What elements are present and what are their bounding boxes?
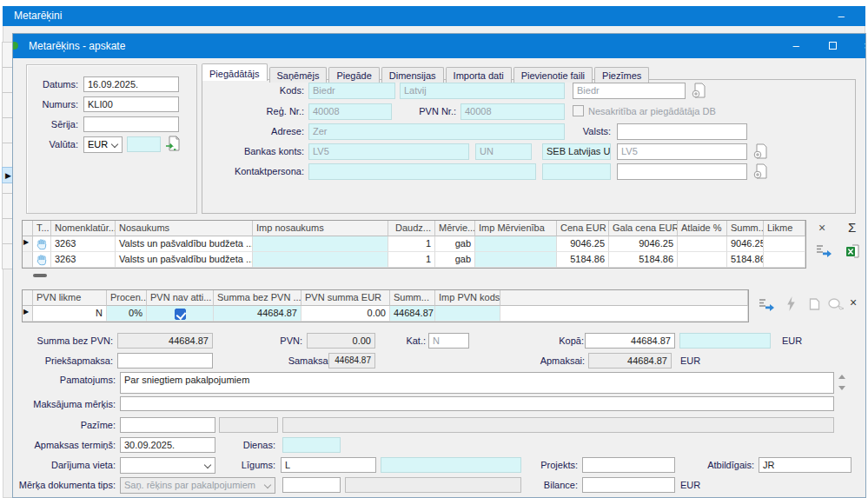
col-daudzums[interactable]: Daudz... <box>388 221 435 236</box>
col-likme[interactable]: Likme <box>764 221 805 236</box>
kods-db-field[interactable]: Biedr <box>573 83 686 99</box>
list-import-icon[interactable] <box>815 243 832 257</box>
cell-summa[interactable]: 9046.25 <box>727 236 764 252</box>
valsts-field[interactable] <box>617 123 747 140</box>
col-imp-mervieniba[interactable]: Imp Mērvienība <box>475 221 557 236</box>
ligums-field-2[interactable] <box>381 457 521 473</box>
close-icon[interactable]: × <box>854 37 865 55</box>
document-icon[interactable] <box>809 298 820 310</box>
col-mervieniba[interactable]: Mērvie... <box>435 221 475 236</box>
pamatojums-field[interactable]: Par sniegtiem pakalpojumiem <box>120 372 834 394</box>
lookup-document-icon[interactable] <box>752 143 768 160</box>
delete-row-icon[interactable]: × <box>850 295 857 309</box>
dienas-field[interactable] <box>282 437 341 453</box>
excel-export-icon[interactable] <box>845 243 861 259</box>
col-imp-pvn-kods[interactable]: Imp PVN kods <box>435 290 500 306</box>
tab-sanemejs[interactable]: Saņēmējs <box>269 67 328 83</box>
cell-summa-bez[interactable]: 44684.87 <box>214 306 301 322</box>
tab-piegadatajs[interactable]: Piegādātājs <box>202 63 268 81</box>
list-import-icon[interactable] <box>758 297 775 311</box>
kontakt-field-3[interactable] <box>617 163 747 180</box>
datums-field[interactable]: 16.09.2025. <box>83 76 179 92</box>
tab-piezimes[interactable]: Piezīmes <box>594 67 649 83</box>
exchange-rate-icon[interactable] <box>164 135 181 152</box>
col-pvn-nav[interactable]: PVN nav atti... <box>147 290 214 306</box>
cell-cena[interactable]: 9046.25 <box>557 236 609 252</box>
cell-nomenklatura[interactable]: 3263 <box>51 252 116 268</box>
tab-pievienotie-faili[interactable]: Pievienotie faili <box>514 67 593 83</box>
cell-imp-nosaukums[interactable] <box>253 252 388 268</box>
cell-atlaide[interactable] <box>678 236 727 252</box>
reg-nr-field[interactable]: 40008 <box>308 103 392 120</box>
cell-nosaukums[interactable]: Valsts un pašvaldību budžeta ... <box>116 236 253 252</box>
cell-gala-cena[interactable]: 9046.25 <box>609 236 678 252</box>
cell-gala-cena[interactable]: 5184.86 <box>609 252 678 268</box>
swift-field[interactable]: UN <box>475 143 532 160</box>
adrese-field[interactable]: Zer <box>308 123 565 140</box>
cell-imp-mervieniba[interactable] <box>475 252 557 268</box>
serija-field[interactable] <box>83 116 179 132</box>
tab-importa-dati[interactable]: Importa dati <box>446 67 512 83</box>
cell-procents[interactable]: 0% <box>107 306 147 322</box>
col-gala-cena[interactable]: Gala cena EUR <box>609 221 678 236</box>
delete-row-icon[interactable]: × <box>818 221 825 235</box>
projekts-field[interactable] <box>582 457 675 473</box>
apmaksas-termins-field[interactable]: 30.09.2025. <box>120 437 215 453</box>
col-summa-bez[interactable]: Summa bez PVN ... <box>214 290 301 306</box>
minimize-icon[interactable]: – <box>783 37 809 55</box>
cell-pvn-nav[interactable] <box>147 306 214 322</box>
col-t[interactable]: T... <box>33 221 51 236</box>
numurs-field[interactable]: KLI00 <box>83 96 179 112</box>
maksajuma-merkis-field[interactable] <box>120 396 834 411</box>
ligums-field[interactable]: L <box>281 457 376 473</box>
col-cena[interactable]: Cena EUR <box>557 221 609 236</box>
cell-daudzums[interactable]: 1 <box>388 236 435 252</box>
cell-mervieniba[interactable]: gab <box>435 236 475 252</box>
cell-likme[interactable] <box>764 236 805 252</box>
atbildigais-field[interactable]: JR <box>759 457 851 473</box>
banka-field[interactable]: SEB Latvijas Unib <box>542 143 611 160</box>
cell-nosaukums[interactable]: Valsts un pašvaldību budžeta ... <box>116 252 253 268</box>
cell-likme[interactable] <box>764 252 805 268</box>
minimize-icon[interactable]: – <box>830 8 852 24</box>
cell-pvn-likme[interactable]: N <box>33 306 107 322</box>
cell-daudzums[interactable]: 1 <box>388 252 435 268</box>
cell-nomenklatura[interactable]: 3263 <box>51 236 116 252</box>
prieksapmaksa-field[interactable] <box>117 353 213 369</box>
merka-dok-field-2[interactable] <box>282 477 341 493</box>
lookup-icon[interactable] <box>828 298 845 310</box>
col-summa[interactable]: Summ... <box>390 290 435 306</box>
col-nomenklatura[interactable]: Nomenklatūr... <box>51 221 116 236</box>
tab-piegade[interactable]: Piegāde <box>328 67 379 83</box>
nosaukums-field[interactable]: Latvij <box>400 83 565 99</box>
cell-imp-mervieniba[interactable] <box>475 236 557 252</box>
konts-field[interactable]: LV5 <box>308 143 469 160</box>
valuta-rate-field[interactable] <box>127 136 161 152</box>
spinner-up-icon[interactable] <box>838 375 845 379</box>
spinner-down-icon[interactable] <box>838 386 845 390</box>
lookup-document-icon[interactable] <box>691 83 706 99</box>
kat-field[interactable]: N <box>428 333 469 349</box>
kopa-field[interactable]: 44684.87 <box>585 333 675 349</box>
col-pvn-likme[interactable]: PVN likme <box>33 290 107 306</box>
cell-imp-nosaukums[interactable] <box>253 236 388 252</box>
lookup-document-icon[interactable] <box>752 163 768 180</box>
valuta-select[interactable]: EUR <box>83 136 123 153</box>
cell-pvn-summa[interactable]: 0.00 <box>301 306 390 322</box>
bilance-field[interactable] <box>582 477 675 493</box>
checkbox-checked-icon[interactable] <box>175 309 186 320</box>
pazime-field[interactable] <box>120 417 215 433</box>
col-pvn-summa[interactable]: PVN summa EUR <box>301 290 390 306</box>
kontakt-field-1[interactable] <box>308 163 536 180</box>
hscrollbar-thumb[interactable] <box>33 274 47 277</box>
cell-summa[interactable]: 44684.87 <box>390 306 435 322</box>
kopa-valuta-field[interactable] <box>679 333 771 349</box>
col-imp-nosaukums[interactable]: Imp nosaukums <box>253 221 388 236</box>
sum-icon[interactable]: Σ <box>848 220 856 235</box>
maximize-icon[interactable] <box>819 37 845 55</box>
cell-summa[interactable]: 5184.86 <box>727 252 764 268</box>
col-nosaukums[interactable]: Nosaukums <box>116 221 253 236</box>
kontakt-field-2[interactable] <box>542 163 611 180</box>
mismatch-checkbox[interactable] <box>573 105 584 116</box>
col-summa[interactable]: Summ... <box>727 221 764 236</box>
